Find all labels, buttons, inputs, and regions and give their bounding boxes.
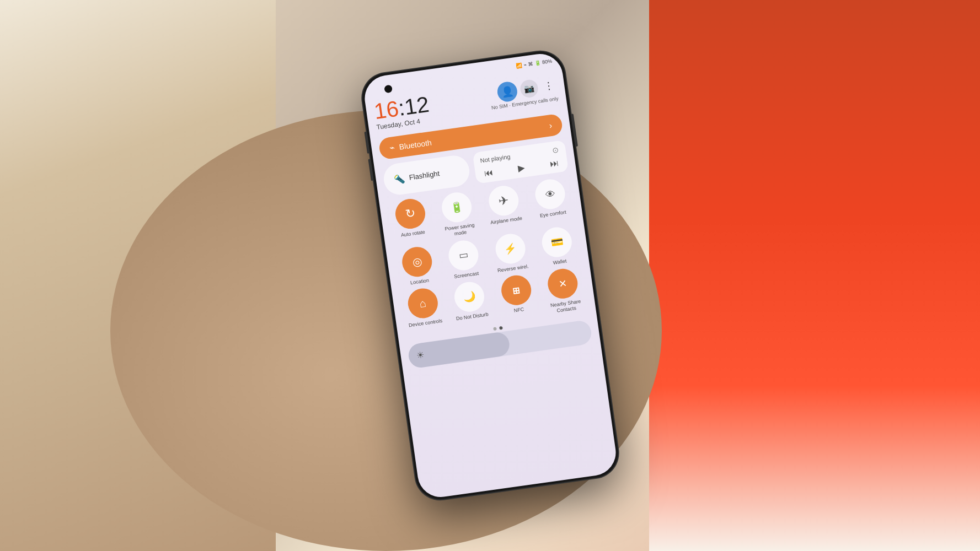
not-playing-label: Not playing xyxy=(479,153,510,164)
tile-power-saving[interactable]: 🔋 Power saving mode xyxy=(433,190,482,239)
quick-tiles-grid: ↻ Auto rotate 🔋 Power saving mode ✈ Airp… xyxy=(387,176,588,335)
media-player-tile: Not playing ⊙ ⏮ ▶ ⏭ xyxy=(472,140,568,184)
sim-icon: 📶 xyxy=(515,62,522,68)
avatar-icon: 👤 xyxy=(500,85,514,99)
brightness-icon: ☀ xyxy=(415,350,425,361)
tile-airplane[interactable]: ✈ Airplane mode xyxy=(480,183,528,233)
eye-comfort-label: Eye comfort xyxy=(539,209,566,219)
tile-reverse-wireless[interactable]: ⚡ Reverse wirel. xyxy=(487,231,534,274)
time-section: 16:12 Tuesday, Oct 4 xyxy=(372,93,431,131)
flashlight-label: Flashlight xyxy=(408,169,440,182)
clock-hour: 16 xyxy=(372,96,400,123)
bluetooth-arrow-icon: › xyxy=(548,120,553,131)
camera-icon: 📷 xyxy=(523,83,534,94)
device-controls-icon: ⌂ xyxy=(406,287,440,320)
device-controls-label: Device controls xyxy=(408,318,442,328)
profile-area: 👤 📷 ⋮ No SIM · Emergency calls only xyxy=(488,75,559,111)
reverse-wireless-icon: ⚡ xyxy=(493,232,527,266)
media-prev-button[interactable]: ⏮ xyxy=(483,167,493,178)
page-dot-2 xyxy=(499,326,502,330)
clock-minutes: 12 xyxy=(403,92,430,120)
tile-screencast[interactable]: ▭ Screencast xyxy=(440,237,488,281)
profile-avatar[interactable]: 👤 xyxy=(496,80,518,103)
tile-device-controls[interactable]: ⌂ Device controls xyxy=(399,286,448,336)
tile-location[interactable]: ◎ Location xyxy=(393,244,441,288)
flashlight-tile[interactable]: 🔦 Flashlight xyxy=(382,154,471,197)
do-not-disturb-icon: 🌙 xyxy=(452,280,486,314)
screencast-icon: ▭ xyxy=(447,238,480,272)
location-label: Location xyxy=(410,277,429,285)
reverse-wireless-label: Reverse wirel. xyxy=(497,263,529,274)
background-orange xyxy=(649,0,980,551)
tile-wallet[interactable]: 💳 Wallet xyxy=(533,224,581,268)
bluetooth-status-icon: ⌁ xyxy=(523,62,526,68)
bluetooth-text: Bluetooth xyxy=(398,138,432,151)
camera-button[interactable]: 📷 xyxy=(519,79,539,99)
flashlight-icon: 🔦 xyxy=(393,173,405,185)
wallet-icon: 💳 xyxy=(540,225,574,259)
wallet-label: Wallet xyxy=(553,258,567,266)
do-not-disturb-label: Do Not Disturb xyxy=(456,312,489,322)
nfc-icon: ⊞ xyxy=(499,274,533,307)
auto-rotate-icon: ↻ xyxy=(393,197,427,231)
nearby-share-label: Nearby Share Contacts xyxy=(544,298,588,316)
airplane-icon: ✈ xyxy=(486,184,520,218)
auto-rotate-label: Auto rotate xyxy=(400,229,425,239)
power-saving-icon: 🔋 xyxy=(440,191,473,224)
battery-icon: 🔋 xyxy=(534,60,540,66)
nearby-share-icon: ✕ xyxy=(546,267,580,301)
media-play-button[interactable]: ▶ xyxy=(517,163,526,174)
airplane-label: Airplane mode xyxy=(490,215,522,226)
nfc-label: NFC xyxy=(513,307,524,314)
media-next-button[interactable]: ⏭ xyxy=(549,158,559,169)
eye-comfort-icon: 👁 xyxy=(533,177,567,211)
power-saving-label: Power saving mode xyxy=(438,222,482,239)
location-icon: ◎ xyxy=(400,245,433,278)
tile-eye-comfort[interactable]: 👁 Eye comfort xyxy=(527,176,575,226)
screencast-label: Screencast xyxy=(453,271,479,280)
status-icons: 📶 ⌁ ⌘ 🔋 80% xyxy=(515,58,552,69)
quick-settings-panel: 16:12 Tuesday, Oct 4 👤 📷 xyxy=(364,67,601,375)
bluetooth-icon: ⌁ xyxy=(388,142,395,153)
bluetooth-label: ⌁ Bluetooth xyxy=(388,137,432,154)
tile-do-not-disturb[interactable]: 🌙 Do Not Disturb xyxy=(446,279,495,329)
wifi-icon: ⌘ xyxy=(527,61,533,67)
battery-percent: 80% xyxy=(542,58,552,65)
tile-nfc[interactable]: ⊞ NFC xyxy=(492,273,541,322)
cast-icon: ⊙ xyxy=(551,145,559,155)
page-dot-1 xyxy=(492,327,496,331)
tile-auto-rotate[interactable]: ↻ Auto rotate xyxy=(387,196,435,246)
tile-nearby-share[interactable]: ✕ Nearby Share Contacts xyxy=(539,266,588,316)
more-options-button[interactable]: ⋮ xyxy=(540,77,558,95)
more-dots-icon: ⋮ xyxy=(543,79,554,93)
